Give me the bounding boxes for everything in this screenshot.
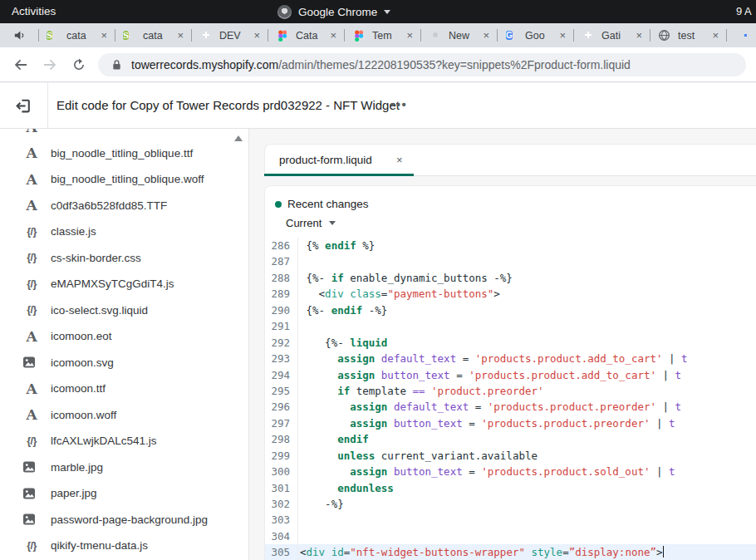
code-line[interactable]: 289 <div class="payment-buttons"> bbox=[265, 286, 756, 302]
code-area[interactable]: 286 {% endif %}287288 {%- if enable_dyna… bbox=[265, 238, 756, 560]
file-item[interactable]: Aicomoon.woff bbox=[0, 402, 248, 429]
code-line[interactable]: 287 bbox=[265, 253, 756, 269]
code-line[interactable]: 290 {%- endif -%} bbox=[265, 302, 756, 318]
back-button[interactable] bbox=[10, 54, 32, 76]
code-line[interactable]: 296 assign default_text = 'products.prod… bbox=[265, 399, 756, 415]
code-line[interactable]: 300 assign button_text = 'products.produ… bbox=[265, 464, 756, 479]
more-actions-button[interactable]: ••• bbox=[390, 83, 407, 126]
file-item[interactable]: password-page-background.jpg bbox=[0, 507, 248, 533]
code-line[interactable]: 294 assign button_text = 'products.produ… bbox=[265, 367, 756, 383]
code-token: = bbox=[456, 352, 475, 365]
scrollbar-up-icon[interactable] bbox=[234, 135, 243, 141]
code-token: == bbox=[412, 385, 425, 397]
line-number[interactable]: 291 bbox=[265, 318, 298, 334]
address-bar[interactable]: towerrecords.myshopify.com/admin/themes/… bbox=[98, 53, 746, 76]
file-item[interactable]: marble.jpg bbox=[0, 454, 248, 481]
code-line[interactable]: 295 if template == 'product.preorder' bbox=[265, 383, 756, 399]
browser-tab[interactable]: New× bbox=[421, 29, 497, 42]
tab-close-icon[interactable]: × bbox=[406, 29, 413, 42]
browser-tab[interactable]: GGoo× bbox=[498, 29, 573, 42]
line-number[interactable]: 297 bbox=[265, 415, 298, 431]
browser-tab[interactable]: Gati× bbox=[574, 29, 650, 42]
code-line[interactable]: 298 endif bbox=[265, 431, 756, 447]
file-item[interactable]: {/}qikify-tmenu-data.js bbox=[0, 533, 248, 559]
line-number[interactable]: 299 bbox=[265, 448, 298, 464]
file-item[interactable]: {/}lfcAXLwjkDALc541.js bbox=[0, 428, 248, 454]
line-number[interactable]: 286 bbox=[265, 238, 298, 253]
line-number[interactable]: 292 bbox=[265, 335, 298, 351]
line-number[interactable]: 287 bbox=[265, 253, 298, 269]
line-number[interactable]: 302 bbox=[265, 496, 298, 512]
line-number[interactable]: 300 bbox=[265, 464, 298, 479]
line-number[interactable]: 289 bbox=[265, 286, 298, 302]
audio-indicator-icon[interactable] bbox=[0, 29, 38, 42]
line-number[interactable]: 305 bbox=[265, 544, 298, 560]
file-item[interactable]: {/}cs-skin-border.css bbox=[0, 245, 248, 272]
code-line[interactable]: 288 {%- if enable_dynamic_buttons -%} bbox=[265, 270, 756, 286]
editor-tab-product-form[interactable]: product-form.liquid bbox=[279, 145, 372, 176]
browser-tab[interactable]: DEV× bbox=[192, 29, 268, 42]
activities-button[interactable]: Activities bbox=[12, 0, 56, 23]
code-token: template bbox=[350, 385, 412, 397]
lock-icon[interactable] bbox=[111, 59, 122, 71]
line-number[interactable]: 295 bbox=[265, 383, 298, 399]
clock[interactable]: 9 A bbox=[736, 0, 752, 23]
code-token: < bbox=[300, 287, 325, 300]
file-item[interactable]: Abig_noodle_titling_oblique.woff bbox=[0, 166, 248, 193]
browser-tab[interactable]: Scata× bbox=[115, 29, 191, 42]
file-item[interactable]: paper.jpg bbox=[0, 480, 248, 507]
file-item[interactable]: A bbox=[0, 129, 248, 140]
browser-tab[interactable]: Cata× bbox=[268, 29, 344, 42]
line-number[interactable]: 294 bbox=[265, 367, 298, 383]
forward-button[interactable] bbox=[39, 54, 61, 76]
code-line[interactable]: 299 unless current_variant.available bbox=[265, 448, 756, 464]
line-number[interactable]: 293 bbox=[265, 351, 298, 366]
line-number[interactable]: 290 bbox=[265, 302, 298, 318]
tab-close-icon[interactable]: × bbox=[101, 29, 107, 42]
file-item[interactable]: icomoon.svg bbox=[0, 350, 248, 376]
file-item[interactable]: Aicomoon.eot bbox=[0, 323, 248, 350]
code-line[interactable]: 304 bbox=[265, 528, 756, 544]
exit-code-editor-button[interactable] bbox=[13, 96, 33, 115]
line-number[interactable]: 296 bbox=[265, 399, 298, 415]
code-line[interactable]: 303 bbox=[265, 512, 756, 528]
browser-tab[interactable]: test× bbox=[650, 29, 726, 42]
editor-tab-close-icon[interactable]: × bbox=[396, 145, 403, 176]
tab-close-icon[interactable]: × bbox=[483, 29, 489, 42]
file-item[interactable]: Ac0df3a6b528fdd85.TTF bbox=[0, 193, 248, 219]
file-name: big_noodle_titling_oblique.ttf bbox=[51, 147, 193, 160]
tab-close-icon[interactable]: × bbox=[636, 29, 642, 42]
code-line[interactable]: 301 endunless bbox=[265, 480, 756, 496]
code-line[interactable]: 286 {% endif %} bbox=[265, 238, 756, 253]
file-item[interactable]: {/}classie.js bbox=[0, 219, 248, 245]
file-item[interactable]: {/}eMAPMXSyTCgGdiT4.js bbox=[0, 271, 248, 297]
code-line[interactable]: 291 bbox=[265, 318, 756, 334]
tab-close-icon[interactable]: × bbox=[559, 29, 566, 42]
reload-button[interactable] bbox=[68, 54, 90, 76]
file-item[interactable]: Aicomoon.ttf bbox=[0, 376, 248, 402]
code-text: endunless bbox=[298, 480, 394, 496]
line-number[interactable]: 303 bbox=[265, 512, 298, 528]
code-token: t bbox=[675, 400, 682, 413]
file-item[interactable]: Abig_noodle_titling_oblique.ttf bbox=[0, 140, 248, 167]
code-line[interactable]: 297 assign button_text = 'products.produ… bbox=[265, 415, 756, 431]
code-line[interactable]: 302 -%} bbox=[265, 496, 756, 512]
browser-tab[interactable]: Tem× bbox=[345, 29, 420, 42]
file-item[interactable]: {/}ico-select.svg.liquid bbox=[0, 297, 248, 324]
code-line[interactable]: 305<div id="nft-widget-buttons-wrapper" … bbox=[265, 544, 756, 560]
code-line[interactable]: 293 assign default_text = 'products.prod… bbox=[265, 351, 756, 366]
tab-close-icon[interactable]: × bbox=[712, 29, 719, 42]
app-menu[interactable]: Google Chrome bbox=[277, 0, 390, 23]
tab-close-icon[interactable]: × bbox=[330, 29, 336, 42]
browser-tab[interactable] bbox=[727, 29, 756, 42]
line-number[interactable]: 304 bbox=[265, 528, 298, 544]
code-token: button_text bbox=[394, 465, 463, 478]
version-dropdown[interactable]: Current bbox=[286, 217, 336, 229]
browser-tab[interactable]: Scata× bbox=[39, 29, 115, 42]
line-number[interactable]: 298 bbox=[265, 431, 298, 447]
tab-close-icon[interactable]: × bbox=[177, 29, 184, 42]
line-number[interactable]: 301 bbox=[265, 480, 298, 496]
tab-close-icon[interactable]: × bbox=[253, 29, 260, 42]
code-line[interactable]: 292 {%- liquid bbox=[265, 335, 756, 351]
line-number[interactable]: 288 bbox=[265, 270, 298, 286]
